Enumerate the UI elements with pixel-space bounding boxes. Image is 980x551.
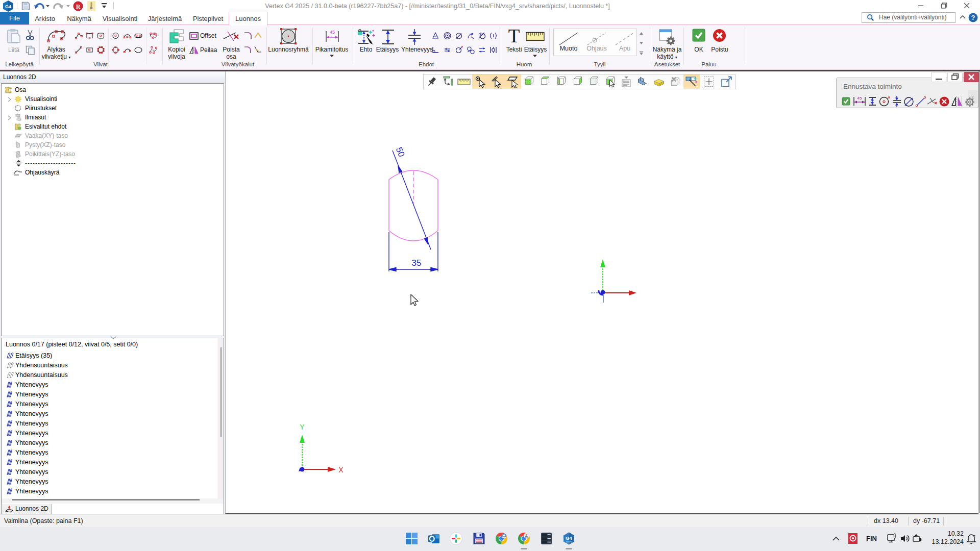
svg-text:z: z [973, 534, 975, 538]
svg-text:50: 50 [394, 146, 407, 158]
svg-text:G4: G4 [566, 535, 572, 541]
svg-text:45: 45 [857, 96, 862, 101]
svg-text:45: 45 [330, 30, 335, 35]
svg-text:G4: G4 [5, 4, 11, 9]
svg-text:R: R [76, 3, 81, 10]
svg-text:Y: Y [300, 423, 305, 431]
svg-text:2025: 2025 [566, 541, 572, 544]
svg-text:35: 35 [412, 258, 422, 268]
svg-text:?: ? [971, 14, 975, 21]
svg-text:X: X [338, 466, 344, 474]
